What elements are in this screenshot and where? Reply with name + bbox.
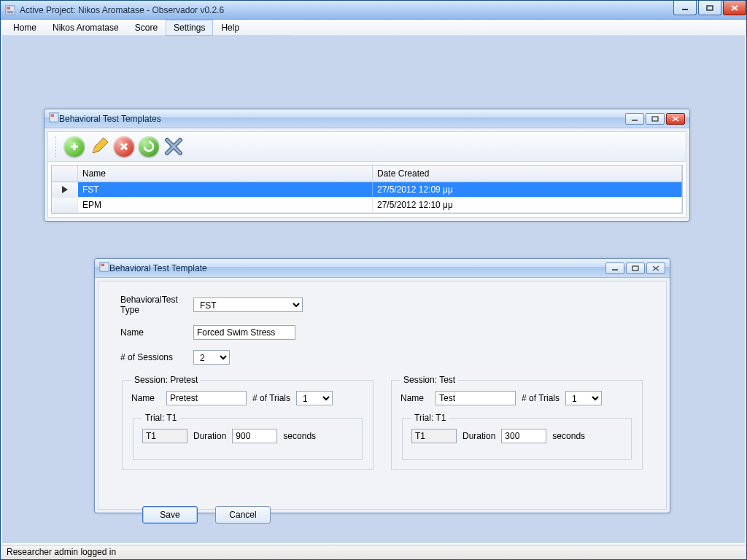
svg-rect-2 bbox=[7, 10, 14, 13]
label-duration: Duration bbox=[193, 431, 226, 441]
form-close-button[interactable] bbox=[646, 262, 665, 274]
label-sessions: # of Sessions bbox=[120, 352, 193, 362]
titlebar: Active Project: Nikos Aromatase - Observ… bbox=[1, 1, 746, 20]
svg-rect-1 bbox=[7, 7, 10, 9]
label-session-name: Name bbox=[400, 393, 430, 403]
svg-marker-15 bbox=[93, 138, 108, 153]
save-button[interactable]: Save bbox=[142, 506, 198, 524]
trial-name-input bbox=[142, 429, 187, 443]
templates-window-title: Behavioral Test Templates bbox=[59, 114, 625, 124]
form-maximize-button[interactable] bbox=[626, 262, 645, 274]
svg-rect-26 bbox=[101, 264, 104, 267]
label-name: Name bbox=[120, 327, 193, 338]
label-num-trials: # of Trials bbox=[252, 393, 290, 403]
label-seconds: seconds bbox=[283, 431, 316, 441]
label-seconds: seconds bbox=[552, 431, 585, 441]
session-pretest-legend: Session: Pretest bbox=[131, 375, 201, 385]
cell-name: EPM bbox=[78, 198, 373, 212]
table-header: Name Date Created bbox=[52, 166, 682, 182]
table-row[interactable]: FST 27/5/2012 12:09 μμ bbox=[52, 182, 682, 198]
edit-button[interactable] bbox=[88, 135, 111, 158]
form-minimize-button[interactable] bbox=[605, 262, 624, 274]
session-pretest-group: Session: Pretest Name # of Trials 1 Tria… bbox=[122, 375, 374, 470]
templates-table: Name Date Created FST 27/5/2012 12:09 μμ… bbox=[51, 165, 683, 214]
refresh-icon bbox=[139, 136, 159, 157]
svg-rect-8 bbox=[51, 114, 54, 117]
menu-settings[interactable]: Settings bbox=[166, 20, 213, 36]
duration-input[interactable] bbox=[232, 429, 277, 443]
table-row[interactable]: EPM 27/5/2012 12:10 μμ bbox=[52, 198, 682, 213]
clear-button[interactable] bbox=[162, 135, 185, 158]
cell-name: FST bbox=[78, 182, 373, 197]
templates-maximize-button[interactable] bbox=[646, 113, 665, 125]
cell-date: 27/5/2012 12:10 μμ bbox=[373, 198, 682, 212]
add-button[interactable] bbox=[63, 135, 86, 158]
menu-score[interactable]: Score bbox=[127, 20, 166, 36]
template-form-window: Behavioral Test Template BehavioralTest … bbox=[94, 258, 670, 513]
label-type: BehavioralTest Type bbox=[120, 295, 193, 315]
cell-date: 27/5/2012 12:09 μμ bbox=[373, 182, 682, 197]
app-icon bbox=[5, 5, 15, 15]
svg-line-5 bbox=[732, 6, 738, 10]
session-name-input[interactable] bbox=[436, 391, 516, 405]
x-icon bbox=[163, 136, 184, 157]
svg-marker-24 bbox=[62, 186, 68, 193]
templates-window: Behavioral Test Templates bbox=[44, 109, 690, 222]
session-test-legend: Session: Test bbox=[400, 375, 458, 385]
col-date[interactable]: Date Created bbox=[373, 166, 682, 182]
delete-icon bbox=[114, 136, 134, 157]
menubar: Home Nikos Aromatase Score Settings Help bbox=[1, 20, 746, 36]
svg-rect-28 bbox=[632, 266, 638, 271]
minimize-button[interactable] bbox=[673, 1, 697, 15]
name-input[interactable] bbox=[193, 325, 295, 340]
plus-icon bbox=[64, 136, 85, 157]
templates-minimize-button[interactable] bbox=[625, 113, 644, 125]
session-name-input[interactable] bbox=[166, 391, 247, 405]
menu-project[interactable]: Nikos Aromatase bbox=[44, 20, 127, 36]
workspace: Behavioral Test Templates bbox=[2, 36, 745, 543]
label-session-name: Name bbox=[131, 393, 160, 403]
trials-select[interactable]: 1 bbox=[296, 391, 333, 405]
main-window: Active Project: Nikos Aromatase - Observ… bbox=[0, 0, 747, 560]
maximize-button[interactable] bbox=[698, 1, 721, 15]
template-form-icon bbox=[99, 262, 109, 274]
type-select[interactable]: FST bbox=[193, 298, 303, 312]
statusbar: Researcher admin logged in bbox=[1, 545, 746, 559]
svg-marker-19 bbox=[149, 140, 152, 143]
close-button[interactable] bbox=[723, 1, 746, 15]
templates-close-button[interactable] bbox=[666, 113, 685, 125]
col-name[interactable]: Name bbox=[78, 166, 373, 182]
cancel-button[interactable]: Cancel bbox=[215, 506, 271, 524]
svg-line-6 bbox=[732, 6, 738, 10]
session-test-group: Session: Test Name # of Trials 1 Trial: … bbox=[391, 375, 643, 470]
label-num-trials: # of Trials bbox=[522, 393, 560, 403]
statusbar-text: Researcher admin logged in bbox=[7, 547, 116, 557]
svg-rect-10 bbox=[652, 117, 658, 121]
window-title: Active Project: Nikos Aromatase - Observ… bbox=[20, 5, 672, 15]
templates-window-icon bbox=[49, 112, 59, 125]
menu-help[interactable]: Help bbox=[213, 20, 247, 36]
svg-rect-4 bbox=[707, 6, 713, 10]
menu-home[interactable]: Home bbox=[5, 20, 44, 36]
delete-button[interactable] bbox=[112, 135, 136, 158]
trial-name-input bbox=[411, 429, 457, 443]
trial-legend: Trial: T1 bbox=[411, 413, 449, 423]
duration-input[interactable] bbox=[501, 429, 546, 443]
template-form-title: Behavioral Test Template bbox=[109, 263, 605, 273]
label-duration: Duration bbox=[462, 431, 495, 441]
sessions-select[interactable]: 2 bbox=[193, 350, 230, 365]
trial-legend: Trial: T1 bbox=[142, 413, 179, 423]
refresh-button[interactable] bbox=[137, 135, 160, 158]
trial-group: Trial: T1 Duration seconds bbox=[133, 413, 363, 460]
trials-select[interactable]: 1 bbox=[565, 391, 602, 405]
row-indicator-icon bbox=[52, 182, 78, 197]
pencil-icon bbox=[89, 136, 109, 157]
trial-group: Trial: T1 Duration seconds bbox=[402, 413, 632, 460]
templates-toolbar bbox=[48, 132, 686, 162]
